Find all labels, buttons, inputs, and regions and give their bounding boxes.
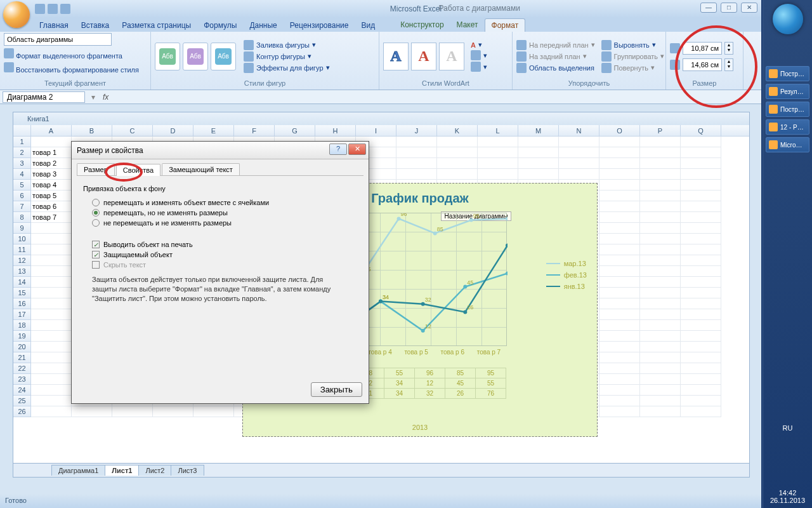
cell[interactable] xyxy=(681,223,721,234)
cell[interactable] xyxy=(599,201,640,212)
save-icon[interactable] xyxy=(35,4,45,14)
cell[interactable] xyxy=(559,147,599,158)
cell[interactable] xyxy=(681,244,721,255)
cell[interactable] xyxy=(599,158,640,169)
cell[interactable] xyxy=(599,309,640,320)
fx-icon[interactable]: fx xyxy=(99,93,112,102)
cell[interactable] xyxy=(599,331,640,342)
cell[interactable] xyxy=(640,298,681,309)
col-header[interactable]: L xyxy=(478,125,518,136)
col-header[interactable]: B xyxy=(72,125,112,136)
col-header[interactable]: K xyxy=(437,125,478,136)
cell[interactable]: товар 2 xyxy=(31,158,72,169)
cell[interactable] xyxy=(599,234,640,244)
width-spinner[interactable]: ▲▼ xyxy=(724,58,733,71)
row-header[interactable]: 19 xyxy=(13,331,31,342)
cell[interactable] xyxy=(437,147,478,158)
language-indicator[interactable]: RU xyxy=(763,424,812,432)
radio-option[interactable]: не перемещать и не изменять размеры xyxy=(92,219,357,227)
cell[interactable] xyxy=(640,309,681,320)
cell[interactable] xyxy=(599,212,640,223)
dialog-tab[interactable]: Замещающий текст xyxy=(162,163,240,175)
col-header[interactable]: Q xyxy=(681,125,721,136)
col-header[interactable]: C xyxy=(112,125,153,136)
cell[interactable] xyxy=(396,137,437,147)
tab-Формулы[interactable]: Формулы xyxy=(197,19,243,32)
row-header[interactable]: 7 xyxy=(13,201,31,212)
text-fill-button[interactable]: A ▾ xyxy=(471,41,487,49)
height-spinner[interactable]: ▲▼ xyxy=(724,42,733,55)
wordart-style-3[interactable]: A xyxy=(439,43,464,70)
text-effects-button[interactable]: ▾ xyxy=(471,62,487,72)
col-header[interactable]: N xyxy=(559,125,599,136)
cell[interactable]: товар 1 xyxy=(31,147,72,158)
tab-Вставка[interactable]: Вставка xyxy=(75,19,116,32)
close-button[interactable]: Закрыть xyxy=(311,382,362,397)
format-selection-button[interactable]: Формат выделенного фрагмента xyxy=(4,48,122,60)
cell[interactable] xyxy=(681,137,721,147)
taskbar-item[interactable]: 12 - P… xyxy=(766,119,809,135)
cell[interactable] xyxy=(396,169,437,180)
cell[interactable] xyxy=(640,406,681,417)
taskbar-item[interactable]: Постр… xyxy=(766,102,809,117)
shape-style-3[interactable]: Абв xyxy=(211,43,236,70)
cell[interactable] xyxy=(681,385,721,396)
checkbox-option[interactable]: Защищаемый объект xyxy=(92,251,357,258)
cell[interactable] xyxy=(599,406,640,417)
cell[interactable] xyxy=(31,223,72,234)
dialog-close-button[interactable]: ✕ xyxy=(348,144,366,155)
sheet-tab[interactable]: Лист2 xyxy=(138,465,171,476)
cell[interactable] xyxy=(559,137,599,147)
radio-option[interactable]: перемещать, но не изменять размеры xyxy=(92,209,357,217)
col-header[interactable]: F xyxy=(234,125,275,136)
cell[interactable] xyxy=(599,385,640,396)
sheet-tab[interactable]: Лист1 xyxy=(105,465,139,476)
reset-style-button[interactable]: Восстановить форматирование стиля xyxy=(4,62,139,74)
col-header[interactable]: G xyxy=(275,125,315,136)
taskbar-item[interactable]: Постр… xyxy=(766,66,809,81)
selection-pane-button[interactable]: Область выделения xyxy=(516,63,595,73)
cell[interactable] xyxy=(31,309,72,320)
col-header[interactable]: M xyxy=(518,125,559,136)
rotate-button[interactable]: Повернуть ▾ xyxy=(601,63,665,73)
row-header[interactable]: 13 xyxy=(13,266,31,277)
cell[interactable] xyxy=(681,201,721,212)
shape-outline-button[interactable]: Контур фигуры ▾ xyxy=(244,51,330,62)
cell[interactable] xyxy=(193,406,234,417)
cell[interactable] xyxy=(31,331,72,342)
cell[interactable] xyxy=(153,406,193,417)
cell[interactable] xyxy=(518,147,559,158)
row-header[interactable]: 3 xyxy=(13,158,31,169)
row-header[interactable]: 18 xyxy=(13,320,31,331)
cell[interactable] xyxy=(681,169,721,180)
tab-Формат[interactable]: Формат xyxy=(485,18,526,32)
cell[interactable] xyxy=(559,169,599,180)
col-header[interactable]: D xyxy=(153,125,193,136)
tab-Разметка страницы[interactable]: Разметка страницы xyxy=(115,19,197,32)
row-header[interactable]: 14 xyxy=(13,277,31,288)
row-header[interactable]: 1 xyxy=(13,137,31,147)
cell[interactable] xyxy=(559,158,599,169)
cell[interactable] xyxy=(478,147,518,158)
sheet-tab[interactable]: Лист3 xyxy=(171,465,204,476)
cell[interactable] xyxy=(640,266,681,277)
cell[interactable] xyxy=(31,363,72,374)
cell[interactable] xyxy=(31,266,72,277)
cell[interactable] xyxy=(599,396,640,406)
row-header[interactable]: 21 xyxy=(13,352,31,363)
cell[interactable] xyxy=(599,320,640,331)
cell[interactable] xyxy=(640,147,681,158)
cell[interactable] xyxy=(640,201,681,212)
cell[interactable] xyxy=(31,244,72,255)
cell[interactable] xyxy=(681,234,721,244)
row-header[interactable]: 4 xyxy=(13,169,31,180)
cell[interactable] xyxy=(31,374,72,385)
row-header[interactable]: 8 xyxy=(13,212,31,223)
cell[interactable]: товар 4 xyxy=(31,180,72,190)
chart-legend[interactable]: мар.13фев.13янв.13 xyxy=(546,260,587,294)
tab-Главная[interactable]: Главная xyxy=(33,19,75,32)
cell[interactable] xyxy=(599,374,640,385)
cell[interactable] xyxy=(681,320,721,331)
cell[interactable]: товар 3 xyxy=(31,169,72,180)
clock[interactable]: 14:42 26.11.2013 xyxy=(763,489,812,504)
